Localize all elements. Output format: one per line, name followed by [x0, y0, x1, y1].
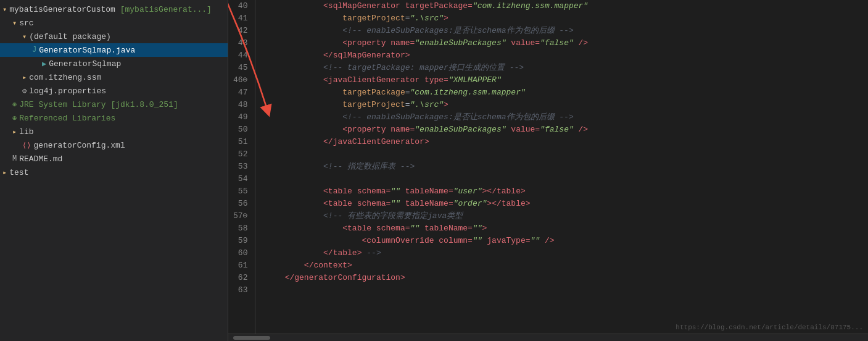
- line-number: 62: [233, 272, 247, 284]
- folder-closed-icon: ▸: [2, 168, 7, 177]
- code-line: [265, 284, 868, 297]
- file-java-icon: J: [32, 46, 36, 54]
- line-number: 41: [233, 12, 247, 25]
- line-number: 54: [233, 173, 247, 185]
- lib-icon: ⊕: [12, 114, 17, 123]
- sidebar-item-generator-config-xml[interactable]: ⟨⟩generatorConfig.xml: [0, 138, 228, 152]
- line-number: 52: [233, 148, 247, 161]
- file-tree[interactable]: ▾mybatisGeneratorCustom [mybatisGenerat.…: [0, 0, 228, 341]
- code-line: </table> -->: [265, 247, 868, 259]
- code-line: targetPackage="com.itzheng.ssm.mapper": [265, 86, 868, 99]
- scroll-thumb[interactable]: [233, 336, 270, 340]
- folder-closed-icon: ▸: [12, 127, 17, 137]
- line-number: 63: [233, 284, 247, 297]
- code-line: <property name="enableSubPackages" value…: [265, 124, 868, 136]
- code-line: <!-- enableSubPackages:是否让schema作为包的后缀 -…: [265, 25, 868, 37]
- sidebar-item-jre-system-library[interactable]: ⊕JRE System Library [jdk1.8.0_251]: [0, 98, 228, 111]
- code-line: [265, 173, 868, 185]
- code-line: </sqlMapGenerator>: [265, 49, 868, 62]
- sidebar-item-log4j-properties[interactable]: ⚙log4j.properties: [0, 84, 228, 98]
- sidebar-item-default-package[interactable]: ▾(default package): [0, 30, 228, 43]
- line-number: 47: [233, 86, 247, 99]
- line-number: 55: [233, 185, 247, 198]
- line-number: 45: [233, 62, 247, 74]
- lib-icon: ⊕: [12, 100, 17, 109]
- sidebar-item-label: GeneratorSqlmap.java: [39, 46, 135, 55]
- sidebar-item-readme-md[interactable]: MREADME.md: [0, 152, 228, 166]
- folder-open-icon: ▾: [22, 32, 27, 41]
- code-line: targetProject=".\src">: [265, 12, 868, 25]
- sidebar-item-generator-sqlmap-java[interactable]: JGeneratorSqlmap.java: [0, 43, 228, 57]
- sidebar-item-referenced-libraries[interactable]: ⊕Referenced Libraries: [0, 111, 228, 125]
- line-number: 59: [233, 235, 247, 247]
- horizontal-scrollbar[interactable]: [228, 334, 868, 341]
- code-line: <!-- targetPackage: mapper接口生成的位置 -->: [265, 62, 868, 74]
- line-number: 50: [233, 124, 247, 136]
- line-number: 49: [233, 111, 247, 124]
- line-number: 57⊖: [233, 210, 247, 222]
- code-line: targetProject=".\src">: [265, 99, 868, 111]
- sidebar-item-label: GeneratorSqlmap: [49, 59, 121, 69]
- code-line: <javaClientGenerator type="XMLMAPPER": [265, 74, 868, 86]
- sidebar-item-label: com.itzheng.ssm: [29, 73, 101, 82]
- folder-open-icon: ▾: [12, 19, 17, 28]
- sidebar-item-label: generatorConfig.xml: [33, 141, 125, 150]
- line-number: 46⊖: [233, 74, 247, 86]
- line-number: 42: [233, 25, 247, 37]
- sidebar-item-label: lib: [19, 127, 33, 137]
- line-number: 61: [233, 259, 247, 272]
- code-area: <sqlMapGenerator targetPackage="com.itzh…: [255, 0, 868, 334]
- line-number: 43: [233, 37, 247, 49]
- watermark: https://blog.csdn.net/article/details/87…: [676, 324, 863, 331]
- line-number: 44: [233, 49, 247, 62]
- file-run-icon: ▶: [42, 59, 46, 69]
- code-line: </context>: [265, 259, 868, 272]
- sidebar-item-label: (default package): [29, 32, 111, 41]
- code-editor: 40414243444546⊖4748495051525354555657⊖58…: [228, 0, 868, 341]
- folder-open-icon: ▾: [2, 5, 7, 14]
- sidebar-item-label: JRE System Library [jdk1.8.0_251]: [19, 100, 178, 109]
- code-line: <!-- 指定数据库表 -->: [265, 161, 868, 173]
- sidebar-item-label: mybatisGeneratorCustom [mybatisGenerat..…: [9, 5, 212, 14]
- file-md-icon: M: [12, 154, 17, 163]
- line-number: 60: [233, 247, 247, 259]
- code-line: <table schema="" tableName="user"></tabl…: [265, 185, 868, 198]
- code-line: <!-- enableSubPackages:是否让schema作为包的后缀 -…: [265, 111, 868, 124]
- code-line: <sqlMapGenerator targetPackage="com.itzh…: [265, 0, 868, 12]
- line-number: 58: [233, 222, 247, 235]
- code-line: <table schema="" tableName="">: [265, 222, 868, 235]
- code-line: <columnOverride column="" javaType="" />: [265, 235, 868, 247]
- sidebar-item-label: src: [19, 19, 33, 28]
- line-number: 56: [233, 198, 247, 210]
- code-line: </generatorConfiguration>: [265, 272, 868, 284]
- file-props-icon: ⚙: [22, 86, 27, 96]
- sidebar-item-src[interactable]: ▾src: [0, 16, 228, 30]
- file-xml-icon: ⟨⟩: [22, 141, 31, 150]
- sidebar-item-label: Referenced Libraries: [19, 114, 115, 123]
- line-number: 40: [233, 0, 247, 12]
- code-line: <table schema="" tableName="order"></tab…: [265, 198, 868, 210]
- sidebar-item-test[interactable]: ▸test: [0, 166, 228, 179]
- sidebar-item-generator-sqlmap[interactable]: ▶GeneratorSqlmap: [0, 57, 228, 70]
- code-line: </javaClientGenerator>: [265, 136, 868, 148]
- line-number: 48: [233, 99, 247, 111]
- editor-content: 40414243444546⊖4748495051525354555657⊖58…: [228, 0, 868, 334]
- code-line: <property name="enableSubPackages" value…: [265, 37, 868, 49]
- sidebar-item-label: README.md: [19, 154, 62, 164]
- sidebar-item-lib[interactable]: ▸lib: [0, 125, 228, 138]
- folder-closed-icon: ▸: [22, 73, 27, 82]
- sidebar-item-mybatis-root[interactable]: ▾mybatisGeneratorCustom [mybatisGenerat.…: [0, 2, 228, 16]
- line-number: 51: [233, 136, 247, 148]
- sidebar-item-label: test: [9, 168, 28, 177]
- code-line: [265, 148, 868, 161]
- line-numbers: 40414243444546⊖4748495051525354555657⊖58…: [228, 0, 255, 334]
- line-number: 53: [233, 161, 247, 173]
- code-line: <!-- 有些表的字段需要指定java类型: [265, 210, 868, 222]
- sidebar-item-label: log4j.properties: [29, 86, 106, 96]
- sidebar-item-com-itzheng-ssm[interactable]: ▸com.itzheng.ssm: [0, 70, 228, 84]
